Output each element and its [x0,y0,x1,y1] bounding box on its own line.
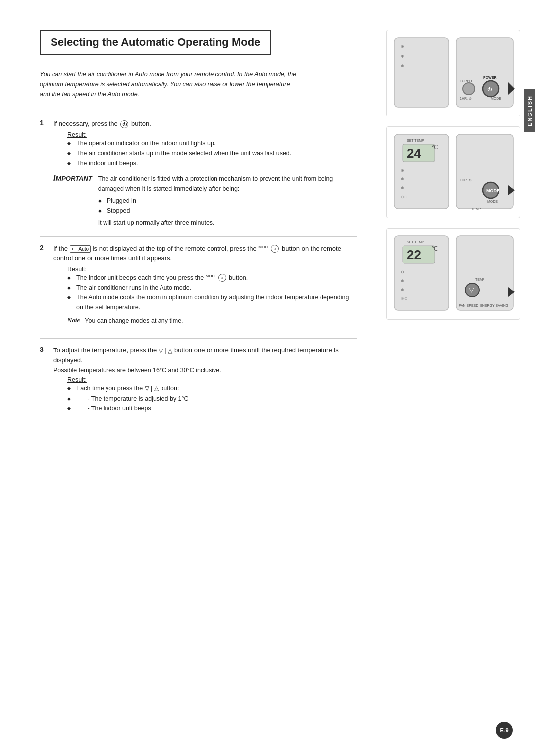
remote-svg-2: SET TEMP 24 ℃ ⊙ ❄ ❄ ⊙⊙ 1HR. ⊙ MODE [392,132,516,211]
important-im-label: IM [54,174,61,182]
svg-point-6 [463,83,475,95]
important-text-content: The air conditioner is fitted with a pro… [98,174,357,228]
svg-text:❄: ❄ [401,64,404,68]
svg-rect-22 [456,134,513,209]
remote-svg-1: ⊙ ❄ ❄ TURBO POWER ⏻ 1HR. ⊙ MODE [392,35,516,110]
svg-text:⏻: ⏻ [487,87,492,92]
result-label-3: Result: [67,376,87,383]
remote-illustration-1: ⊙ ❄ ❄ TURBO POWER ⏻ 1HR. ⊙ MODE [386,30,520,116]
result-label-2: Result: [67,266,87,273]
step-3-bullet-1: Each time you press the ▽ | △ button: [67,383,357,393]
step-1-bullet-3: The indoor unit beeps. [67,158,357,168]
svg-text:❄: ❄ [401,177,404,181]
step-2-text: If the ⟵Auto is not displayed at the top… [54,245,341,262]
step-3-bullet-3: - The indoor unit beeps [67,404,357,413]
svg-text:⊙: ⊙ [401,270,404,274]
svg-text:❄: ❄ [401,186,404,190]
english-tab: ENGLISH [524,89,535,132]
svg-text:⊙⊙: ⊙⊙ [401,195,408,199]
step-3-result: Result: Each time you press the ▽ | △ bu… [67,376,357,413]
temp-up-2: △ [154,385,159,392]
step-2-section: 2 If the ⟵Auto is not displayed at the t… [40,236,357,330]
step-1-number: 1 [40,119,49,168]
svg-text:POWER: POWER [483,76,496,79]
intro-text: You can start the air conditioner in Aut… [40,69,297,99]
step-2-number: 2 [40,244,49,330]
remote-svg-3: SET TEMP 22 ℃ ⊙ ❄ ❄ ⊙⊙ TEMP ▽ [392,233,516,313]
important-bullet-2: Stopped [98,206,357,216]
svg-text:▽: ▽ [469,286,474,293]
step-1-bullet-list: The operation indicator on the indoor un… [67,138,357,168]
remote-illustration-3: SET TEMP 22 ℃ ⊙ ❄ ❄ ⊙⊙ TEMP ▽ [386,228,520,320]
temp-down-2: ▽ [145,385,149,392]
step-3-bullet-2: - The temperature is adjusted by 1°C [67,394,357,404]
step-3-bullet-list: Each time you press the ▽ | △ button: - … [67,383,357,413]
svg-text:❄: ❄ [401,54,404,58]
important-block: IMPORTANT The air conditioner is fitted … [54,174,357,228]
note-block: Note You can change modes at any time. [67,316,357,326]
step-1-result: Result: The operation indicator on the i… [67,131,357,168]
step-2-bullet-1: The indoor unit beeps each time you pres… [67,273,357,283]
svg-text:MODE: MODE [491,97,501,100]
important-portant-label: PORTANT [61,175,92,182]
svg-text:TEMP: TEMP [475,278,485,281]
svg-text:❄: ❄ [401,288,404,292]
svg-text:℃: ℃ [431,245,438,252]
step-1-bullet-1: The operation indicator on the indoor un… [67,138,357,148]
page-number: E-9 [496,722,513,739]
step-2-bullet-3: The Auto mode cools the room in optimum … [67,292,357,312]
svg-text:⊙⊙: ⊙⊙ [401,296,408,301]
mode-btn-2: ○ [218,274,226,282]
svg-text:❄: ❄ [401,279,404,283]
svg-text:SET TEMP: SET TEMP [407,139,424,142]
step-3-text: To adjust the temperature, press the ▽ |… [54,347,339,364]
important-footer: It will start up normally after three mi… [98,218,357,228]
step-1-text: If necessary, press the ⏻ button. [54,120,151,127]
svg-text:1HR. ⊙: 1HR. ⊙ [460,178,472,182]
step-3-section: 3 To adjust the temperature, press the ▽… [40,338,357,413]
important-bullet-1: Plugged in [98,196,357,206]
svg-text:℃: ℃ [431,144,438,151]
svg-text:⊙: ⊙ [401,168,404,173]
svg-rect-38 [456,236,513,310]
auto-indicator-icon: ⟵Auto [70,245,91,253]
step-1-bullet-2: The air conditioner starts up in the mod… [67,148,357,158]
svg-text:TEMP: TEMP [471,207,481,211]
result-label-1: Result: [67,131,87,138]
svg-text:1HR. ⊙: 1HR. ⊙ [460,97,472,100]
step-3-number: 3 [40,346,49,413]
temp-up-icon: △ [168,348,172,354]
step-2-bullet-list: The indoor unit beeps each time you pres… [67,273,357,312]
svg-text:MODE: MODE [487,200,498,203]
svg-text:22: 22 [407,247,421,262]
step-2-result: Result: The indoor unit beeps each time … [67,265,357,312]
note-label: Note [67,316,80,324]
svg-text:24: 24 [407,146,421,161]
step-3-subtext: Possible temperatures are between 16°C a… [54,367,357,374]
note-text: You can change modes at any time. [85,316,183,326]
mode-superscript: MODE [258,244,270,249]
page-title: Selecting the Automatic Operating Mode [40,30,271,55]
remote-illustration-2: SET TEMP 24 ℃ ⊙ ❄ ❄ ⊙⊙ 1HR. ⊙ MODE [386,126,520,218]
step-2-bullet-2: The air conditioner runs in the Auto mod… [67,283,357,292]
mode-sup-2: MODE [206,273,217,278]
right-panel: ENGLISH ⊙ ❄ ❄ TURBO POWER ⏻ [376,0,535,756]
svg-text:FAN SPEED: FAN SPEED [459,304,478,307]
svg-text:MODE: MODE [486,188,500,193]
svg-text:SET TEMP: SET TEMP [407,240,424,244]
power-button-icon: ⏻ [120,120,128,128]
important-bullet-list: Plugged in Stopped [98,196,357,216]
step-1-section: 1 If necessary, press the ⏻ button. Resu… [40,112,357,228]
svg-text:TURBO: TURBO [460,79,472,83]
svg-text:⊙: ⊙ [401,44,404,49]
temp-down-icon: ▽ [159,348,163,354]
svg-text:ENERGY SAVING: ENERGY SAVING [480,304,508,307]
mode-button-icon: ○ [271,245,279,253]
